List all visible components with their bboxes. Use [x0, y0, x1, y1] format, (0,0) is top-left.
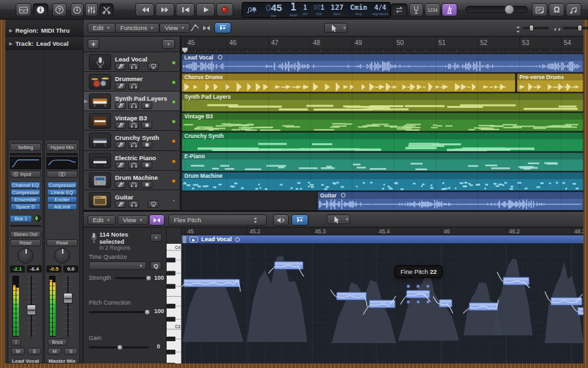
pan-knob[interactable] — [18, 248, 33, 263]
track-solo-button[interactable] — [128, 102, 139, 109]
strip-solo-button[interactable]: S — [27, 348, 41, 355]
editor-catch-button[interactable] — [291, 214, 308, 226]
track-header-lead-vocal[interactable]: Lead Vocal — [84, 52, 180, 72]
track-solo-button[interactable] — [128, 161, 139, 169]
track-mute-button[interactable] — [115, 201, 126, 208]
strength-slider[interactable] — [115, 277, 150, 279]
tracks-edit-menu[interactable]: Edit▼ — [88, 23, 116, 33]
fader-thumb[interactable] — [27, 305, 36, 315]
flex-icon[interactable] — [201, 24, 212, 33]
volume-fader[interactable] — [27, 276, 36, 337]
note-pads-button[interactable] — [532, 3, 547, 16]
region-drum-machine[interactable]: Drum Machine — [182, 172, 583, 191]
plugin-slot-space-d[interactable]: Space D — [10, 203, 41, 210]
track-mute-button[interactable] — [115, 141, 126, 148]
time-quantize-select[interactable]: ▼ — [89, 261, 146, 270]
flex-mode-select[interactable]: Flex Pitch — [169, 214, 267, 226]
plugin-slot-compressor[interactable]: Compressor — [10, 189, 41, 195]
track-mute-button[interactable] — [115, 181, 126, 188]
tuner-button[interactable] — [409, 3, 423, 16]
strip-eq-thumbnail[interactable] — [10, 157, 41, 169]
playhead-handle[interactable] — [183, 236, 186, 243]
track-solo-button[interactable] — [128, 141, 139, 148]
track-header-electric-piano[interactable]: Electric Piano — [84, 151, 180, 171]
horizontal-zoom-slider[interactable] — [553, 25, 563, 34]
track-inspector-header[interactable]: ▶ Track: Lead Vocal — [5, 38, 84, 50]
strip-bounce-button[interactable]: Bnce — [48, 339, 67, 346]
region-guitar[interactable]: Guitar — [318, 192, 583, 210]
track-mute-button[interactable] — [115, 161, 126, 169]
disclosure-triangle-icon[interactable]: ▶ — [9, 41, 12, 46]
quantize-apply-button[interactable]: Q — [150, 261, 161, 270]
strip-setting-button[interactable]: Hyped Mix — [46, 143, 78, 151]
plugin-slot-adlimit[interactable]: AdLimit — [47, 203, 77, 210]
track-input-button[interactable] — [148, 201, 159, 208]
tracks-functions-menu[interactable]: Functions▼ — [115, 23, 159, 33]
strip-eq-thumbnail[interactable] — [46, 157, 78, 169]
editor-pointer-tool-menu[interactable]: ▼ — [327, 214, 350, 224]
track-record-button[interactable] — [141, 102, 152, 109]
lcd-tick-field[interactable]: 001 tick — [310, 3, 327, 17]
strip-automation-button[interactable]: Read — [46, 239, 78, 246]
region-e-piano[interactable]: E-Piano — [182, 152, 583, 171]
track-header-options-button[interactable]: ▼ — [162, 39, 175, 49]
strip-setting-button[interactable]: Setting — [10, 143, 41, 151]
media-browser-button[interactable] — [566, 3, 581, 16]
strip-io-button[interactable]: Input — [10, 171, 41, 178]
track-header-drum-machine[interactable]: Drum Machine — [84, 171, 180, 190]
catch-playhead-button[interactable] — [214, 22, 231, 33]
disclosure-triangle-icon[interactable]: ▶ — [9, 28, 12, 33]
selection-options-button[interactable]: ▼ — [150, 233, 162, 242]
master-volume-thumb[interactable] — [504, 5, 514, 14]
region-play-button[interactable]: ▶ — [189, 237, 198, 243]
lcd-bar-field[interactable]: 045 bar — [261, 3, 287, 17]
strip-solo-button[interactable]: S — [64, 348, 78, 355]
track-mute-button[interactable] — [115, 63, 126, 70]
forward-button[interactable] — [155, 3, 174, 16]
send-slot-bus1[interactable]: Bus 1 — [10, 215, 32, 222]
prelisten-button[interactable] — [273, 214, 289, 226]
lcd-beat-field[interactable]: 1 beat — [287, 3, 300, 17]
region-pre-verse-drums[interactable]: Pre-verse Drums — [517, 73, 583, 92]
go-to-beginning-button[interactable] — [176, 3, 195, 16]
strip-input-mode-button[interactable]: I — [11, 339, 21, 346]
pointer-tool-menu[interactable]: ▼ — [324, 23, 348, 33]
plugin-slot-ensemble[interactable]: Ensemble — [10, 196, 41, 203]
track-solo-button[interactable] — [128, 63, 139, 70]
smart-controls-button[interactable] — [85, 3, 98, 16]
region-vintage-b3[interactable]: Vintage B3 — [182, 112, 583, 131]
track-mute-button[interactable] — [115, 82, 126, 90]
region-lead-vocal[interactable]: Lead Vocal — [182, 54, 583, 73]
editor-ruler[interactable]: 4545.245.345.44646.246.3 — [182, 227, 583, 235]
volume-fader[interactable] — [63, 276, 73, 337]
track-solo-button[interactable] — [128, 181, 139, 188]
track-header-guitar[interactable]: Guitar — [84, 190, 180, 210]
inspector-button[interactable]: i — [33, 3, 48, 16]
track-mute-button[interactable] — [115, 122, 126, 129]
apple-loops-button[interactable]: Ω — [549, 3, 564, 16]
lcd-div-field[interactable]: 1 div — [300, 3, 310, 17]
arrange-area[interactable]: Lead VocalChorus DrumsPre-verse DrumsSyn… — [182, 54, 583, 210]
track-record-button[interactable] — [141, 161, 152, 169]
plugin-slot-compressor[interactable]: Compressor — [47, 182, 77, 188]
strip-mute-button[interactable]: M — [48, 348, 61, 355]
flex-pitch-note[interactable] — [439, 299, 452, 307]
lcd-mode-icons[interactable] — [242, 3, 261, 17]
track-solo-button[interactable] — [128, 122, 139, 129]
track-mute-button[interactable] — [115, 102, 126, 109]
track-record-button[interactable] — [141, 141, 152, 148]
library-button[interactable] — [16, 3, 31, 16]
automation-icon[interactable] — [189, 24, 200, 33]
horizontal-zoom-track[interactable] — [563, 27, 588, 29]
track-record-button[interactable] — [141, 181, 152, 188]
region-inspector-header[interactable]: ▶ Region: MIDI Thru — [5, 25, 84, 37]
quick-help-coach-button[interactable] — [71, 3, 84, 16]
play-button[interactable] — [196, 3, 215, 16]
track-solo-button[interactable] — [128, 201, 139, 208]
track-header-drummer[interactable]: Drummer — [84, 72, 180, 92]
track-input-button[interactable] — [148, 63, 159, 70]
track-header-vintage-b3[interactable]: Vintage B3 — [84, 111, 180, 131]
lcd-key-field[interactable]: Cmin key — [347, 3, 370, 17]
quick-help-button[interactable]: ? — [52, 3, 67, 16]
count-in-button[interactable]: 1234 — [425, 3, 440, 16]
